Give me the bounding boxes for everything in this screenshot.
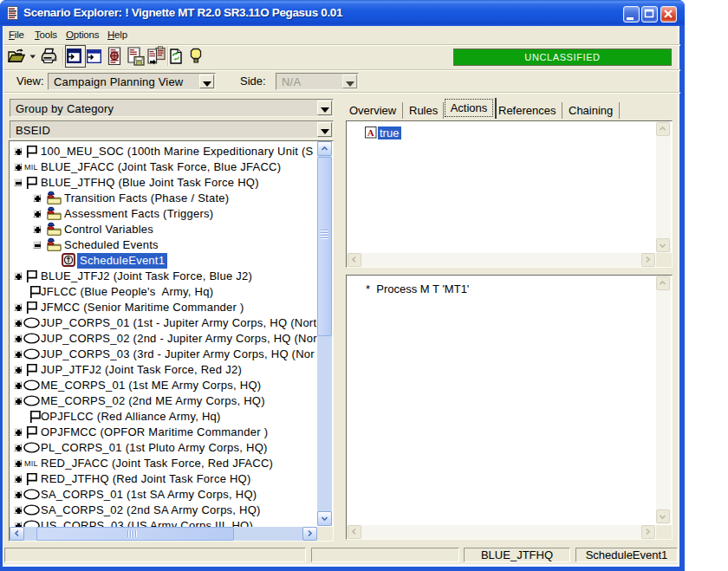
svg-text:A: A	[367, 127, 374, 138]
